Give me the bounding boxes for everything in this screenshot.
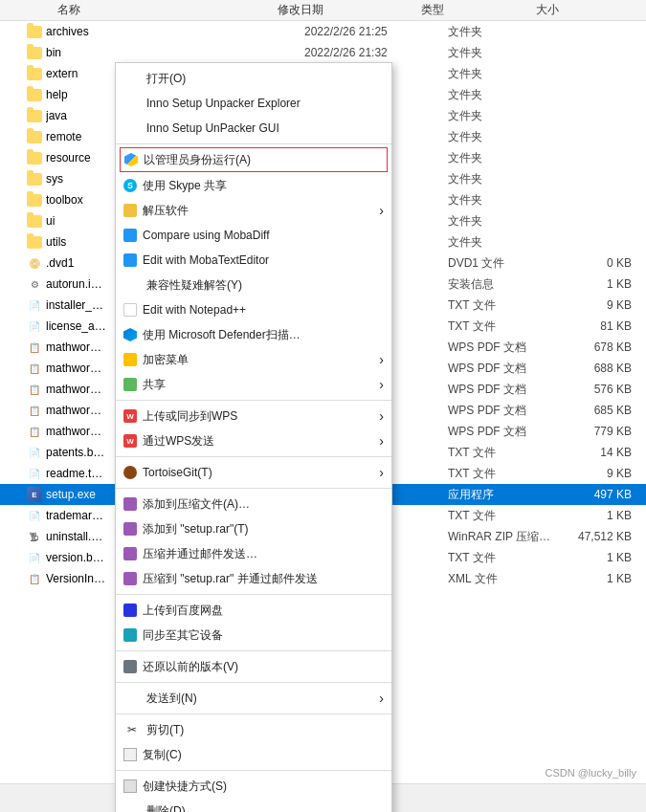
ctx-compare-moba-label: Compare using MobaDiff — [143, 229, 270, 242]
ctx-baidu-label: 上传到百度网盘 — [143, 603, 223, 619]
file-size: 14 KB — [563, 446, 639, 459]
file-type: XML 文件 — [448, 571, 563, 587]
file-size: 685 KB — [563, 404, 639, 417]
ctx-inno-gui-label: Inno Setup UnPacker GUI — [146, 121, 279, 135]
ctx-send-wps[interactable]: W 通过WPS发送 — [116, 428, 391, 453]
file-type: 文件夹 — [448, 234, 563, 251]
txt-icon: 📄 — [27, 318, 42, 334]
zip-email-icon — [123, 547, 137, 560]
file-size: 47,512 KB — [563, 530, 639, 543]
xml-icon: 📋 — [27, 571, 42, 586]
folder-icon — [27, 87, 42, 102]
file-name: bin — [46, 46, 304, 59]
ctx-cut[interactable]: ✂ 剪切(T) — [116, 717, 391, 742]
ctx-encrypt[interactable]: 加密菜单 — [116, 347, 391, 372]
exe-icon: E — [27, 487, 42, 502]
separator — [116, 456, 391, 457]
ctx-run-as-admin[interactable]: 以管理员身份运行(A) — [120, 147, 388, 172]
file-type: 文件夹 — [448, 129, 563, 145]
txt-icon: 📄 — [27, 550, 42, 565]
ctx-delete[interactable]: 删除(D) — [116, 799, 391, 812]
ctx-defender[interactable]: 使用 Microsoft Defender扫描… — [116, 322, 391, 347]
file-size: 1 KB — [563, 572, 639, 585]
table-row[interactable]: bin 2022/2/26 21:32 文件夹 — [0, 42, 646, 63]
file-size: 9 KB — [563, 298, 639, 312]
ctx-create-shortcut[interactable]: 创建快捷方式(S) — [116, 774, 391, 799]
file-type: 文件夹 — [448, 45, 563, 61]
ctx-upload-wps[interactable]: W 上传或同步到WPS — [116, 404, 391, 428]
col-date-header[interactable]: 修改日期 — [278, 2, 421, 18]
file-type: TXT 文件 — [448, 550, 563, 566]
file-type: 文件夹 — [448, 87, 563, 103]
col-size-header[interactable]: 大小 — [536, 2, 613, 18]
ctx-tortoise-git-label: TortoiseGit(T) — [143, 466, 212, 479]
ctx-inno-gui[interactable]: Inno Setup UnPacker GUI — [116, 116, 391, 141]
ctx-zip-setup-email[interactable]: 压缩到 "setup.rar" 并通过邮件发送 — [116, 566, 391, 591]
file-size: 1 KB — [563, 509, 639, 522]
ctx-sync[interactable]: 同步至其它设备 — [116, 623, 391, 647]
file-size: 678 KB — [563, 340, 639, 354]
ctx-baidu[interactable]: 上传到百度网盘 — [116, 598, 391, 623]
setup-icon: ⚙ — [27, 276, 42, 292]
separator — [116, 682, 391, 683]
ctx-copy[interactable]: 复制(C) — [116, 742, 391, 767]
ctx-add-setup-rar-label: 添加到 "setup.rar"(T) — [143, 521, 249, 538]
compat-icon — [123, 276, 141, 294]
skype-icon: S — [123, 179, 137, 192]
ctx-add-to-zip[interactable]: 添加到压缩文件(A)… — [116, 492, 391, 516]
watermark: CSDN @lucky_billy — [545, 767, 636, 779]
ctx-skype-label: 使用 Skype 共享 — [143, 178, 227, 194]
ctx-zip-email[interactable]: 压缩并通过邮件发送… — [116, 541, 391, 566]
wps-icon: W — [123, 409, 137, 423]
ctx-tortoise-git[interactable]: TortoiseGit(T) — [116, 460, 391, 485]
ctx-defender-label: 使用 Microsoft Defender扫描… — [143, 327, 301, 343]
ctx-delete-label: 删除(D) — [146, 803, 186, 813]
file-size: 576 KB — [563, 383, 639, 396]
col-type-header[interactable]: 类型 — [421, 2, 536, 18]
ctx-send-to[interactable]: 发送到(N) — [116, 686, 391, 711]
mobatext-icon — [123, 253, 137, 267]
history-icon — [123, 660, 137, 673]
file-type: DVD1 文件 — [448, 255, 563, 272]
shield-icon — [124, 153, 138, 166]
wps-send-icon: W — [123, 434, 137, 448]
file-type: TXT 文件 — [448, 466, 563, 482]
pdf-icon: 📋 — [27, 424, 42, 439]
file-icon: 📀 — [27, 255, 42, 271]
file-size: 0 KB — [563, 256, 639, 270]
file-date: 2022/2/26 21:32 — [304, 46, 448, 59]
ctx-restore-prev[interactable]: 还原以前的版本(V) — [116, 654, 391, 679]
context-menu: 打开(O) Inno Setup Unpacker Explorer Inno … — [115, 62, 392, 812]
folder-icon — [27, 108, 42, 123]
ctx-compare-moba[interactable]: Compare using MobaDiff — [116, 223, 391, 248]
file-size: 688 KB — [563, 362, 639, 375]
file-type: 文件夹 — [448, 24, 563, 40]
file-name: archives — [46, 25, 304, 38]
inno-gui-icon — [123, 120, 141, 137]
ctx-skype-share[interactable]: S 使用 Skype 共享 — [116, 173, 391, 198]
ctx-extract[interactable]: 解压软件 — [116, 198, 391, 223]
pdf-icon: 📋 — [27, 340, 42, 355]
ctx-copy-label: 复制(C) — [143, 747, 182, 763]
ctx-add-to-zip-label: 添加到压缩文件(A)… — [143, 496, 250, 513]
table-row[interactable]: archives 2022/2/26 21:25 文件夹 — [0, 21, 646, 42]
ctx-edit-moba[interactable]: Edit with MobaTextEditor — [116, 248, 391, 273]
ctx-upload-wps-label: 上传或同步到WPS — [143, 408, 237, 425]
zip-setup-email-icon — [123, 572, 137, 585]
ctx-open[interactable]: 打开(O) — [116, 66, 391, 91]
file-date: 2022/2/26 21:25 — [304, 25, 448, 38]
file-size: 81 KB — [563, 319, 639, 333]
folder-icon — [27, 129, 42, 144]
ctx-notepad-label: Edit with Notepad++ — [143, 303, 246, 317]
file-size: 497 KB — [563, 488, 639, 501]
ctx-notepad[interactable]: Edit with Notepad++ — [116, 297, 391, 322]
ctx-share[interactable]: 共享 — [116, 372, 391, 397]
explorer-window: 名称 修改日期 类型 大小 archives 2022/2/26 21:25 文… — [0, 0, 646, 812]
ctx-inno-unpacker[interactable]: Inno Setup Unpacker Explorer — [116, 91, 391, 116]
folder-icon — [27, 171, 42, 187]
ctx-compat[interactable]: 兼容性疑难解答(Y) — [116, 273, 391, 297]
col-name-header[interactable]: 名称 — [0, 2, 278, 18]
file-type: TXT 文件 — [448, 445, 563, 461]
ctx-add-setup-rar[interactable]: 添加到 "setup.rar"(T) — [116, 516, 391, 541]
file-type: 安装信息 — [448, 276, 563, 293]
